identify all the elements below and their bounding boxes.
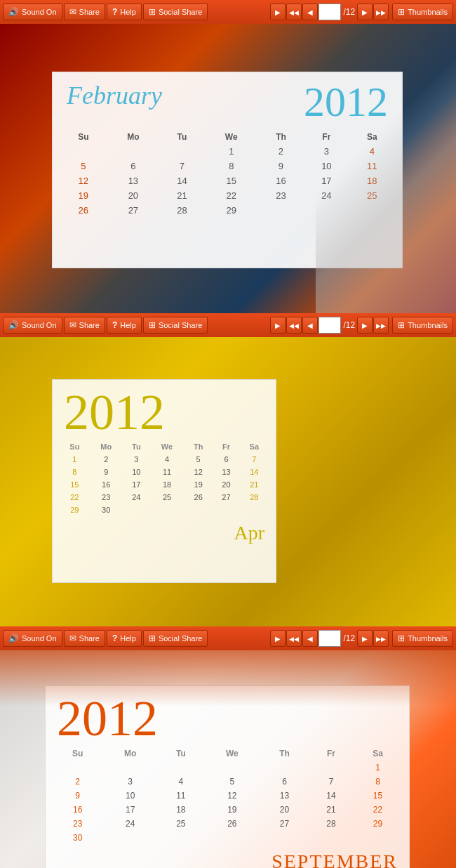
cal-day: 21 bbox=[159, 188, 205, 203]
cal-week-row: 9101112131415 bbox=[53, 789, 402, 803]
next-button-3[interactable] bbox=[357, 630, 373, 647]
thumbnails-button-2[interactable]: Thumbnails bbox=[392, 317, 453, 334]
col-su-3: Su bbox=[53, 747, 102, 761]
prev-button-3[interactable] bbox=[302, 630, 318, 647]
next-button-2[interactable] bbox=[357, 317, 373, 334]
thumbnails-button-3[interactable]: Thumbnails bbox=[392, 630, 453, 647]
first-button-1[interactable] bbox=[286, 4, 302, 20]
cal-day bbox=[213, 504, 239, 516]
col-th-1: Th bbox=[258, 130, 304, 144]
col-fr-1: Fr bbox=[304, 130, 349, 144]
page-input-3[interactable]: 9 bbox=[318, 630, 341, 647]
cal-table-2: Su Mo Tu We Th Fr Sa 1234567891011121314… bbox=[60, 440, 269, 516]
cal-day bbox=[102, 761, 158, 775]
cal-week-row: 2345678 bbox=[53, 775, 402, 789]
social-button-1[interactable]: Social Share bbox=[143, 4, 208, 20]
thumb-icon-2 bbox=[398, 320, 405, 330]
cal-day: 13 bbox=[260, 789, 309, 803]
cal-day: 3 bbox=[102, 775, 158, 789]
sound-button-2[interactable]: Sound On bbox=[3, 317, 62, 334]
first-button-2[interactable] bbox=[286, 317, 302, 334]
cal-day: 27 bbox=[260, 817, 309, 831]
next-button-1[interactable] bbox=[357, 4, 373, 20]
page-input-2[interactable]: 4 bbox=[318, 317, 341, 334]
cal-day bbox=[258, 203, 304, 218]
share-label-2: Share bbox=[79, 321, 100, 329]
page-total-2: /12 bbox=[343, 320, 355, 330]
cal-day: 23 bbox=[90, 491, 123, 504]
cal-day: 22 bbox=[205, 188, 258, 203]
first-button-3[interactable] bbox=[286, 630, 302, 647]
sound-button-3[interactable]: Sound On bbox=[3, 630, 62, 647]
help-button-3[interactable]: Help bbox=[107, 630, 142, 647]
cal-day bbox=[304, 203, 349, 218]
cal-day: 19 bbox=[60, 188, 107, 203]
cal-week-row: 15161718192021 bbox=[60, 478, 269, 491]
cal-month-1: February bbox=[67, 81, 162, 110]
help-button-1[interactable]: Help bbox=[107, 4, 142, 20]
cal-day: 26 bbox=[184, 491, 213, 504]
cal-grid-3: Su Mo Tu We Th Fr Sa 1234567891011121314… bbox=[46, 744, 409, 848]
cal-day bbox=[204, 761, 260, 775]
cal-day: 19 bbox=[204, 803, 260, 817]
cal-day: 21 bbox=[240, 478, 269, 491]
col-we-3: We bbox=[204, 747, 260, 761]
last-button-3[interactable] bbox=[373, 630, 389, 647]
cal-week-row: 1 bbox=[53, 761, 402, 775]
cal-week-row: 16171819202122 bbox=[53, 803, 402, 817]
col-sa-2: Sa bbox=[240, 440, 269, 453]
play-icon-1 bbox=[275, 8, 281, 16]
share-label-3: Share bbox=[79, 634, 100, 643]
cal-day: 4 bbox=[150, 453, 184, 466]
sound-button-1[interactable]: Sound On bbox=[3, 4, 62, 20]
last-button-2[interactable] bbox=[373, 317, 389, 334]
last-icon-3 bbox=[376, 634, 386, 643]
cal-day bbox=[53, 761, 102, 775]
play-button-1[interactable] bbox=[270, 4, 286, 20]
page-input-1[interactable]: 2 bbox=[318, 4, 341, 20]
calendar-card-1: February 2012 Su Mo Tu We Th Fr Sa bbox=[52, 72, 403, 268]
play-button-2[interactable] bbox=[270, 317, 286, 334]
cal-day bbox=[260, 761, 309, 775]
social-button-3[interactable]: Social Share bbox=[143, 630, 208, 647]
cal-day: 18 bbox=[150, 478, 184, 491]
social-label-1: Social Share bbox=[159, 8, 202, 16]
sound-label-3: Sound On bbox=[22, 634, 57, 643]
cal-day: 25 bbox=[158, 817, 204, 831]
cal-day: 27 bbox=[213, 491, 239, 504]
help-button-2[interactable]: Help bbox=[107, 317, 142, 334]
cal-day: 6 bbox=[107, 159, 160, 173]
last-button-1[interactable] bbox=[373, 4, 389, 20]
cal-day: 11 bbox=[349, 159, 395, 173]
cal-day: 19 bbox=[184, 478, 213, 491]
social-button-2[interactable]: Social Share bbox=[143, 317, 208, 334]
cal-day: 26 bbox=[204, 817, 260, 831]
thumbnails-button-1[interactable]: Thumbnails bbox=[392, 4, 453, 20]
cal-week-row: 1234 bbox=[60, 144, 395, 159]
cal-day bbox=[60, 144, 107, 159]
thumbnails-label-1: Thumbnails bbox=[408, 8, 448, 16]
last-icon-1 bbox=[376, 8, 386, 16]
cal-header-row-1: Su Mo Tu We Th Fr Sa bbox=[60, 130, 395, 144]
cal-day: 28 bbox=[159, 203, 205, 218]
cal-day: 13 bbox=[107, 173, 160, 188]
prev-icon-1 bbox=[307, 8, 313, 16]
cal-table-1: Su Mo Tu We Th Fr Sa 1234567891011121314… bbox=[60, 130, 395, 218]
col-mo-2: Mo bbox=[90, 440, 123, 453]
cal-day bbox=[123, 504, 150, 516]
cal-week-row: 1234567 bbox=[60, 453, 269, 466]
prev-button-1[interactable] bbox=[302, 4, 318, 20]
cal-day: 17 bbox=[123, 478, 150, 491]
cal-day bbox=[204, 831, 260, 845]
cal-day: 14 bbox=[240, 466, 269, 478]
cal-day: 17 bbox=[304, 173, 349, 188]
cal-day bbox=[150, 504, 184, 516]
cal-day: 16 bbox=[53, 803, 102, 817]
share-button-2[interactable]: Share bbox=[64, 317, 105, 334]
col-fr-2: Fr bbox=[213, 440, 239, 453]
prev-button-2[interactable] bbox=[302, 317, 318, 334]
share-icon-2 bbox=[69, 320, 76, 330]
play-button-3[interactable] bbox=[270, 630, 286, 647]
share-button-3[interactable]: Share bbox=[64, 630, 105, 647]
share-button-1[interactable]: Share bbox=[64, 4, 105, 20]
